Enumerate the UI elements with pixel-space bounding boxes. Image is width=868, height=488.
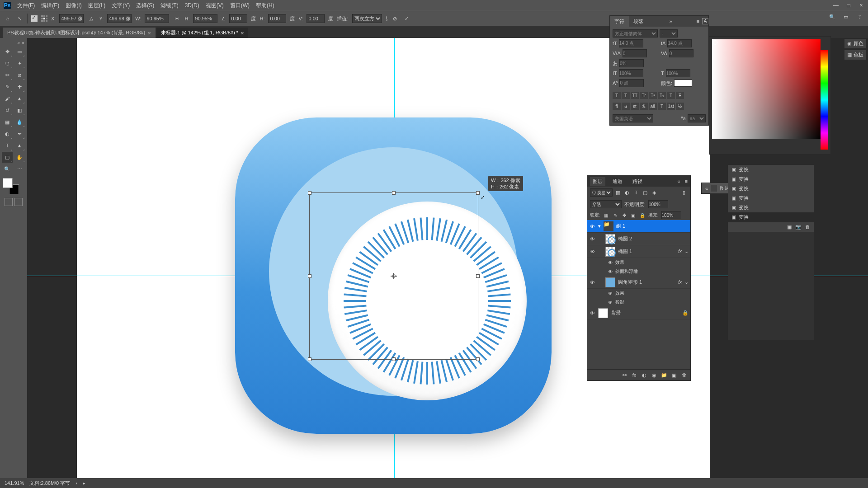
transform-bbox[interactable]: [309, 192, 478, 360]
visibility-icon[interactable]: 👁: [589, 310, 595, 316]
leading-field[interactable]: [667, 39, 692, 47]
layer-row[interactable]: 👁 圆角矩形 1 fx ⌄: [587, 276, 690, 289]
group-icon[interactable]: 📁: [660, 371, 668, 379]
tab-character[interactable]: 字符: [610, 16, 629, 27]
toolbox-close-icon[interactable]: ×: [22, 41, 24, 45]
char-style-button[interactable]: T: [622, 92, 630, 99]
fx-badge[interactable]: fx: [678, 280, 682, 285]
vscale-field[interactable]: [619, 69, 643, 77]
dock-swatches-tab[interactable]: ▦色板: [844, 50, 866, 60]
delete-state-icon[interactable]: 🗑: [805, 224, 810, 230]
handle-ne[interactable]: [476, 191, 480, 195]
close-icon[interactable]: ×: [858, 2, 864, 9]
char-style-button[interactable]: T¹: [649, 92, 657, 99]
aa-select[interactable]: aa: [688, 114, 706, 122]
tab-close-icon[interactable]: ×: [148, 30, 151, 36]
layer-row[interactable]: 👁 背景 🔒: [587, 307, 690, 319]
search-icon[interactable]: 🔍: [828, 13, 836, 21]
color-field[interactable]: [712, 39, 821, 139]
lock-all-icon[interactable]: 🔒: [639, 212, 646, 218]
adjustment-icon[interactable]: ◉: [651, 371, 658, 379]
history-row[interactable]: ▣变换: [728, 212, 814, 222]
status-menu-icon[interactable]: ▸: [83, 480, 85, 486]
menu-edit[interactable]: 编辑(E): [41, 2, 59, 9]
document-tab[interactable]: 未标题-1 @ 142% (组 1, RGB/8#) * ×: [156, 28, 249, 38]
lock-icon[interactable]: 🔒: [682, 310, 689, 316]
menu-file[interactable]: 文件(F): [17, 2, 35, 9]
menu-type[interactable]: 文字(Y): [112, 2, 130, 9]
handle-se[interactable]: [476, 357, 480, 361]
eraser-tool-icon[interactable]: ◧: [14, 105, 25, 116]
panel-menu-icon[interactable]: ≡: [685, 178, 688, 184]
menu-view[interactable]: 视图(V): [206, 2, 224, 9]
visibility-icon[interactable]: 👁: [608, 300, 613, 305]
character-dock-icon[interactable]: A: [702, 18, 708, 24]
fx-row[interactable]: 👁效果: [587, 289, 690, 298]
vskew-field[interactable]: [307, 14, 325, 23]
filter-kind-select[interactable]: Q 类型: [590, 188, 613, 197]
dock-color-tab[interactable]: ◉颜色: [844, 39, 866, 48]
eyedropper-tool-icon[interactable]: ✎: [2, 81, 13, 92]
tab-layers[interactable]: 图层: [590, 177, 605, 186]
move-tool-icon[interactable]: ✥: [2, 46, 13, 57]
document-tab[interactable]: PS教程UI篇-钟表创意UI图标设计.psd @ 147% (背景, RGB/8…: [3, 28, 156, 38]
warp-icon[interactable]: ⟆: [386, 16, 387, 22]
menu-layer[interactable]: 图层(L): [88, 2, 106, 9]
color-marker[interactable]: [713, 40, 717, 45]
interp-select[interactable]: 两次立方: [352, 14, 382, 23]
camera-icon[interactable]: 📷: [795, 224, 802, 230]
char-opentype-button[interactable]: ½: [676, 103, 684, 110]
text-color-chip[interactable]: [674, 80, 692, 87]
filter-adjust-icon[interactable]: ◐: [623, 189, 631, 196]
heal-tool-icon[interactable]: ✚: [14, 81, 25, 92]
filter-toggle[interactable]: ▯: [680, 189, 688, 196]
history-row[interactable]: ▣变换: [728, 165, 814, 174]
fill-field[interactable]: [661, 211, 681, 219]
commit-transform-icon[interactable]: ✓: [403, 14, 411, 23]
home-icon[interactable]: ⌂: [4, 14, 12, 23]
blend-mode-select[interactable]: 穿透: [590, 200, 622, 208]
layer-row[interactable]: 👁 ▾ 📁 组 1: [587, 220, 690, 233]
filter-pixel-icon[interactable]: ▦: [614, 189, 622, 196]
y-field[interactable]: [107, 14, 132, 23]
char-style-button[interactable]: Ŧ: [676, 92, 684, 99]
visibility-icon[interactable]: 👁: [589, 249, 595, 254]
blur-tool-icon[interactable]: 💧: [14, 117, 25, 127]
char-opentype-button[interactable]: fi: [613, 103, 621, 110]
share-icon[interactable]: ⇪: [855, 13, 863, 21]
tab-paths[interactable]: 路径: [630, 177, 645, 186]
color-swatches[interactable]: [2, 177, 20, 195]
lock-move-icon[interactable]: ✥: [621, 212, 627, 218]
hue-slider[interactable]: [821, 50, 828, 150]
zoom-value[interactable]: 141.91%: [5, 480, 24, 486]
delta-icon[interactable]: △: [87, 14, 95, 23]
menu-filter[interactable]: 滤镜(T): [160, 2, 178, 9]
layer-row[interactable]: 👁 椭圆 1 fx ⌄: [587, 245, 690, 258]
lock-position-icon[interactable]: ✎: [612, 212, 618, 218]
visibility-icon[interactable]: 👁: [608, 291, 613, 296]
mask-icon[interactable]: ◐: [641, 371, 648, 379]
char-opentype-button[interactable]: T: [658, 103, 666, 110]
menu-image[interactable]: 图像(I): [66, 2, 81, 9]
history-row[interactable]: ▣变换: [728, 174, 814, 184]
panel-collapse-icon[interactable]: »: [667, 19, 675, 24]
filter-shape-icon[interactable]: ▢: [642, 189, 649, 196]
collapse-icon[interactable]: «: [705, 186, 708, 191]
char-style-button[interactable]: Tr: [640, 92, 648, 99]
handle-w[interactable]: [308, 274, 311, 278]
hand-tool-icon[interactable]: ✋: [14, 152, 25, 163]
tab-close-icon[interactable]: ×: [241, 30, 244, 36]
font-size-field[interactable]: [619, 39, 643, 47]
workspace-icon[interactable]: ▭: [842, 13, 850, 21]
fx-row[interactable]: 👁投影: [587, 298, 690, 307]
panel-menu-icon[interactable]: ≡: [694, 19, 702, 24]
char-opentype-button[interactable]: st: [631, 103, 639, 110]
opacity-field[interactable]: [648, 200, 668, 208]
minimize-icon[interactable]: —: [833, 2, 839, 9]
link-layers-icon[interactable]: ⚯: [621, 371, 628, 379]
marquee-tool-icon[interactable]: ▭: [14, 46, 25, 57]
gradient-tool-icon[interactable]: ▦: [2, 117, 13, 127]
fx-row[interactable]: 👁效果: [587, 258, 690, 267]
doc-size-value[interactable]: 文档:2.86M/0 字节: [29, 480, 70, 487]
char-opentype-button[interactable]: aā: [649, 103, 657, 110]
